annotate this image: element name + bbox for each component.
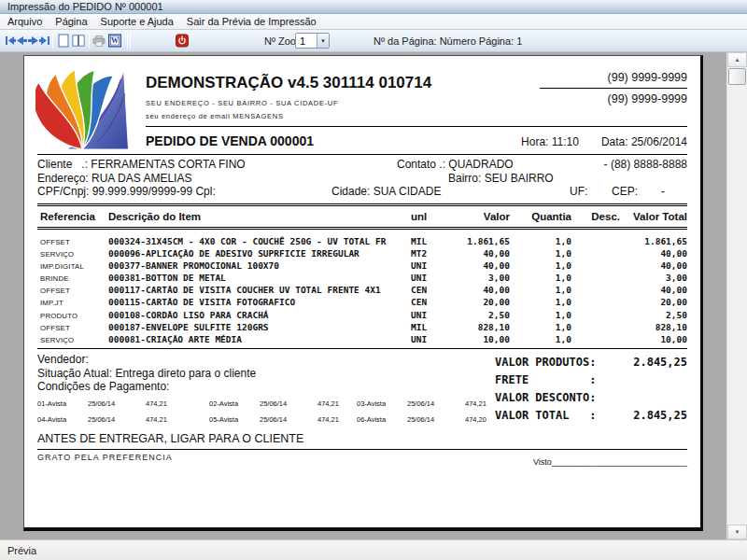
visto-signature-line: Visto_____________________________ (533, 457, 687, 467)
preview-area: DEMONSTRAÇÃO v4.5 301114 010714 SEU ENDE… (0, 52, 747, 539)
payment-entry: 04-Avista 25/06/14 474,21 (37, 413, 209, 427)
print-icon (92, 35, 106, 48)
item-reference: OFFSET (37, 238, 103, 246)
client-contact: Contato .: QUADRADO (397, 158, 514, 171)
item-total: 40,00 (620, 260, 687, 271)
item-quantity: 1,0 (510, 310, 571, 320)
titlebar[interactable]: Impressão do PEDIDO Nº 000001 (0, 0, 747, 14)
item-value: 40,00 (444, 260, 510, 271)
item-description: 000324-31X45CM - 4X0 COR - COUCHÊ 250G -… (103, 236, 400, 246)
item-unit: MIL (400, 236, 444, 246)
item-description: 000381-BOTTON DE METAL (103, 273, 400, 283)
scroll-up-button[interactable]: ▲ (727, 52, 747, 67)
item-unit: MIL (400, 322, 444, 332)
item-value: 40,00 (444, 285, 510, 295)
item-reference: SERVIÇO (37, 336, 103, 344)
item-quantity: 1,0 (510, 248, 571, 259)
single-page-icon (58, 34, 69, 48)
item-value: 3,00 (444, 273, 510, 283)
item-total: 2,50 (620, 310, 687, 320)
toolbar: W Nº Zoom 1 ▼ Nº da Página: Número Págin… (0, 30, 747, 52)
payment-value: 474,21 (146, 398, 167, 412)
exit-preview-button[interactable] (176, 33, 189, 49)
payment-name: 02-Avista (209, 398, 260, 412)
item-quantity: 1,0 (510, 334, 571, 344)
payment-value: 474,21 (317, 413, 339, 427)
total-value (596, 389, 687, 407)
payment-name: 01-Avista (37, 398, 88, 412)
document-page: DEMONSTRAÇÃO v4.5 301114 010714 SEU ENDE… (23, 55, 703, 531)
payment-date: 25/06/14 (88, 398, 146, 412)
total-row: VALOR DESCONTO: (495, 389, 687, 407)
item-reference: OFFSET (37, 287, 103, 295)
col-header-unidade: unl (400, 211, 444, 222)
item-quantity: 1,0 (510, 273, 571, 283)
menu-item[interactable]: Sair da Prévia de Impressão (181, 14, 322, 29)
last-page-button[interactable] (37, 33, 50, 49)
single-page-button[interactable] (57, 33, 70, 49)
item-total: 3,00 (620, 273, 687, 283)
menu-item[interactable]: Página (49, 14, 92, 29)
status-text: Prévia (7, 545, 36, 556)
client-cep-label: CEP: (612, 185, 638, 198)
item-value: 10,00 (444, 334, 510, 344)
two-pages-icon (72, 34, 85, 48)
items-table-header: Referencia Descrição do Item unl Valor Q… (37, 206, 687, 227)
client-cep-value: - (661, 185, 665, 198)
col-header-quantia: Quantia (510, 211, 571, 222)
total-label: VALOR TOTAL : (495, 407, 596, 425)
zoom-dropdown[interactable]: 1 ▼ (295, 33, 330, 49)
menu-item[interactable]: Suporte e Ajuda (95, 14, 179, 29)
client-name: Cliente .: FERRAMENTAS CORTA FINO (37, 158, 246, 171)
menu-item[interactable]: Arquivo (2, 14, 48, 29)
item-reference: IMP.DIGITAL (37, 262, 103, 271)
item-description: 000108-CORDÃO LISO PARA CRACHÁ (103, 310, 400, 320)
item-unit: UNI (400, 310, 444, 320)
print-button[interactable] (92, 33, 106, 49)
payment-date: 25/06/14 (260, 398, 317, 412)
export-word-icon: W (108, 34, 121, 48)
items-table-body: OFFSET 000324-31X45CM - 4X0 COR - COUCHÊ… (37, 236, 687, 347)
payment-value: 474,21 (465, 398, 486, 412)
item-total: 828,10 (620, 322, 687, 332)
item-value: 40,00 (444, 248, 510, 259)
table-row: SERVIÇO 000096-APLICAÇÃO DE ADESIVO SUPR… (37, 248, 687, 260)
vertical-scrollbar[interactable]: ▲ ▼ (726, 52, 747, 539)
payment-entry: 02-Avista 25/06/14 474,21 (209, 398, 357, 412)
scrollbar-track[interactable] (727, 86, 747, 525)
total-value: 2.845,25 (596, 407, 687, 425)
client-uf-label: UF: (570, 185, 587, 198)
item-description: 000096-APLICAÇÃO DE ADESIVO SUPRFICIE IR… (103, 248, 400, 259)
print-preview-window: Impressão do PEDIDO Nº 000001 Arquivo Pá… (0, 0, 747, 560)
payment-date: 25/06/14 (407, 413, 465, 427)
horizontal-rule (37, 449, 687, 450)
client-phone: - (88) 8888-8888 (604, 158, 687, 171)
total-label: VALOR DESCONTO: (495, 389, 596, 407)
item-unit: MT2 (400, 248, 444, 259)
table-row: IMP.JT 000115-CARTÃO DE VISITA FOTOGRAFI… (37, 297, 687, 309)
order-date: Data: 25/06/2014 (601, 135, 687, 148)
total-value: 2.845,25 (596, 354, 687, 371)
scrollbar-thumb[interactable] (728, 68, 746, 85)
payment-name: 03-Avista (357, 398, 407, 412)
item-quantity: 1,0 (510, 236, 571, 246)
chevron-down-icon[interactable]: ▼ (317, 34, 329, 48)
two-pages-button[interactable] (72, 33, 85, 49)
total-value (596, 371, 687, 389)
item-reference: BRINDE (37, 274, 103, 283)
last-page-icon (38, 35, 50, 47)
horizontal-rule (37, 154, 687, 155)
company-logo (35, 68, 133, 153)
page-info: Nº da Página: Número Página: 1 (374, 35, 522, 47)
export-word-button[interactable]: W (108, 33, 121, 49)
table-row: PRODUTO 000108-CORDÃO LISO PARA CRACHÁ U… (37, 310, 687, 322)
scroll-down-button[interactable]: ▼ (727, 525, 747, 539)
toolbar-separator (52, 33, 53, 49)
item-unit: CEN (400, 285, 444, 295)
payment-entry: 01-Avista 25/06/14 474,21 (37, 398, 209, 412)
zoom-value: 1 (296, 35, 317, 47)
item-total: 40,00 (620, 248, 687, 259)
item-description: 000081-CRIAÇÃO ARTE MÉDIA (103, 334, 400, 344)
item-total: 20,00 (620, 297, 687, 307)
item-total: 1.861,65 (620, 236, 687, 246)
